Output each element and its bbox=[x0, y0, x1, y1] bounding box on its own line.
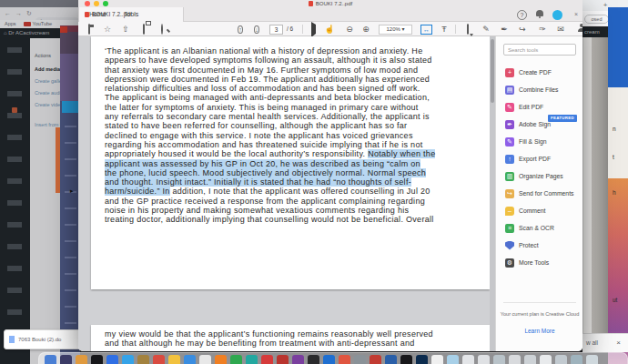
tab-home[interactable]: Home bbox=[89, 7, 106, 22]
document-line: my view would be that the applicant’s fu… bbox=[105, 329, 481, 339]
fit-width-button[interactable]: ↔ bbox=[420, 25, 432, 35]
mail-icon[interactable]: ✉ bbox=[555, 24, 566, 35]
tool-icon bbox=[505, 241, 514, 250]
close-shelf-icon[interactable]: × bbox=[616, 334, 621, 352]
dock-app-icon[interactable] bbox=[76, 355, 87, 364]
tool-comment[interactable]: ‒Comment bbox=[505, 202, 582, 219]
dock-app-icon[interactable] bbox=[122, 355, 134, 364]
bookmark-youtube[interactable]: YouTube bbox=[33, 21, 53, 26]
back-icon[interactable]: ← bbox=[5, 10, 11, 16]
dock-app-icon[interactable] bbox=[555, 355, 567, 364]
dock-app-icon[interactable] bbox=[292, 355, 304, 364]
tool-export-pdf[interactable]: ↑Export PDF bbox=[505, 150, 582, 167]
zoom-level-select[interactable]: 120% ▾ bbox=[379, 25, 412, 35]
minimize-window-button[interactable] bbox=[94, 1, 99, 6]
tool-fill-sign[interactable]: ✎Fill & Sign bbox=[505, 133, 582, 150]
dock-app-icon[interactable] bbox=[91, 355, 103, 364]
print-icon[interactable] bbox=[138, 24, 149, 35]
dock-app-icon[interactable] bbox=[246, 355, 258, 364]
close-window-button[interactable] bbox=[85, 1, 90, 6]
dock-app-icon[interactable] bbox=[586, 355, 598, 364]
pane-toggle-arrow[interactable]: ▸ bbox=[70, 187, 74, 195]
dock-app-icon[interactable] bbox=[431, 355, 443, 364]
bookmark-apps[interactable]: Apps bbox=[5, 21, 16, 26]
share-review-icon[interactable]: ↪ bbox=[517, 24, 528, 35]
tool-icon: ✎ bbox=[505, 137, 514, 147]
dock-app-icon[interactable] bbox=[230, 355, 242, 364]
dock-app-icon[interactable] bbox=[184, 355, 196, 364]
page-down-icon[interactable]: ↓ bbox=[251, 24, 262, 35]
dock-app-icon[interactable] bbox=[137, 355, 149, 364]
dock-app-icon[interactable] bbox=[106, 355, 118, 364]
dock-app-icon[interactable] bbox=[261, 355, 273, 364]
zoom-out-icon[interactable]: ⊖ bbox=[344, 24, 355, 35]
attach-pen-icon[interactable]: ✑ bbox=[537, 24, 548, 35]
help-icon[interactable]: ? bbox=[517, 10, 527, 20]
pencil-icon[interactable]: ✎ bbox=[481, 24, 491, 35]
dock-app-icon[interactable] bbox=[308, 355, 319, 364]
download-item[interactable]: 7063 Bouki (2).do ▾ bbox=[4, 329, 87, 349]
share-upload-icon[interactable]: ⇧ bbox=[120, 24, 131, 35]
star-icon[interactable]: ☆ bbox=[102, 24, 113, 35]
dock-app-icon[interactable] bbox=[215, 355, 227, 364]
dock-app-icon[interactable] bbox=[45, 355, 56, 364]
dock-app-icon[interactable] bbox=[339, 355, 350, 364]
right-pill-button[interactable]: osed bbox=[584, 15, 609, 24]
bell-icon[interactable] bbox=[536, 8, 543, 16]
dock-app-icon[interactable] bbox=[571, 355, 582, 364]
dock-app-icon[interactable] bbox=[478, 355, 490, 364]
tool-combine-files[interactable]: ▤Combine Files bbox=[505, 81, 582, 98]
tool-scan-ocr[interactable]: ≡Scan & OCR bbox=[505, 219, 582, 237]
document-line: the latter for symptoms of anxiety. This… bbox=[105, 103, 481, 112]
show-all-link[interactable]: w all bbox=[586, 339, 598, 346]
tool-more-tools[interactable]: ⚙More Tools bbox=[505, 254, 582, 271]
dock-app-icon[interactable] bbox=[447, 355, 459, 364]
tool-edit-pdf[interactable]: ✎Edit PDF bbox=[505, 98, 582, 116]
hand-tool-icon[interactable]: ☝ bbox=[324, 24, 335, 35]
tool-label: Comment bbox=[519, 207, 545, 214]
document-line: the phone, lucid speech. Mood subjective… bbox=[105, 168, 481, 177]
save-icon[interactable] bbox=[84, 24, 95, 35]
dock-app-icon[interactable] bbox=[199, 355, 211, 364]
reload-icon[interactable]: ↻ bbox=[26, 10, 32, 16]
dock-app-icon[interactable] bbox=[60, 355, 72, 364]
search-tools-input[interactable] bbox=[503, 44, 576, 56]
sign-pen-icon[interactable]: ✒ bbox=[499, 24, 510, 35]
dock-app-icon[interactable] bbox=[462, 355, 474, 364]
dock-app-icon[interactable] bbox=[400, 355, 412, 364]
dock-app-icon[interactable] bbox=[385, 355, 397, 364]
learn-more-link[interactable]: Learn More bbox=[496, 328, 582, 334]
tab-tools[interactable]: Tools bbox=[124, 7, 138, 22]
page-up-icon[interactable]: ↑ bbox=[235, 24, 246, 35]
dock-app-icon[interactable] bbox=[153, 355, 165, 364]
tool-create-pdf[interactable]: +Create PDF bbox=[505, 64, 582, 81]
search-icon[interactable] bbox=[157, 24, 167, 35]
tool-organize-pages[interactable]: ▥Organize Pages bbox=[505, 167, 582, 185]
dock-app-icon[interactable] bbox=[493, 355, 505, 364]
zoom-window-button[interactable] bbox=[103, 1, 108, 6]
avatar[interactable] bbox=[552, 10, 562, 20]
tool-send-comments[interactable]: ↪Send for Comments bbox=[505, 185, 582, 202]
dock-app-icon[interactable] bbox=[277, 355, 289, 364]
select-tool-icon[interactable] bbox=[308, 24, 319, 35]
comment-icon[interactable] bbox=[462, 24, 473, 35]
dock-app-icon[interactable] bbox=[509, 355, 521, 364]
dock-app-icon[interactable] bbox=[524, 355, 536, 364]
tool-protect[interactable]: Protect bbox=[505, 237, 582, 254]
dock-app-icon[interactable] bbox=[354, 355, 366, 364]
dock-app-icon[interactable] bbox=[540, 355, 552, 364]
dock-app-icon[interactable] bbox=[323, 355, 335, 364]
dock-app-icon[interactable] bbox=[416, 355, 428, 364]
zoom-in-icon[interactable]: ⊕ bbox=[360, 24, 371, 35]
scrollbar-thumb[interactable] bbox=[491, 39, 494, 103]
cut-text-fragment: h bbox=[613, 189, 623, 196]
forward-icon[interactable]: → bbox=[15, 10, 22, 16]
add-person-icon[interactable] bbox=[572, 24, 582, 35]
new-tab-icon[interactable]: + bbox=[603, 1, 608, 9]
dock-app-icon[interactable] bbox=[370, 355, 381, 364]
strip-blue-button[interactable] bbox=[62, 101, 78, 113]
close-tab-icon[interactable]: × bbox=[574, 7, 578, 22]
dock-app-icon[interactable] bbox=[168, 355, 180, 364]
reading-mode-icon[interactable]: Ŧ bbox=[439, 24, 450, 35]
page-number-input[interactable] bbox=[269, 25, 283, 35]
